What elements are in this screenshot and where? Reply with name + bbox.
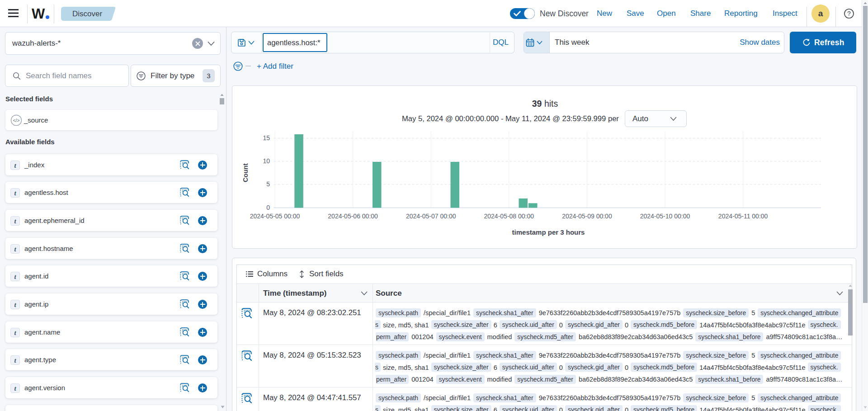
svg-text:0: 0	[266, 204, 270, 211]
svg-text:timestamp per 3 hours: timestamp per 3 hours	[512, 228, 585, 236]
svg-text:5: 5	[266, 180, 270, 188]
svg-text:2024-05-10 00:00: 2024-05-10 00:00	[640, 213, 690, 220]
svg-text:2024-05-08 00:00: 2024-05-08 00:00	[484, 213, 534, 220]
svg-text:10: 10	[263, 157, 270, 165]
svg-text:Count: Count	[242, 163, 249, 182]
svg-text:</>: </>	[13, 118, 20, 123]
svg-text:?: ?	[847, 10, 851, 17]
svg-text:2024-05-05 00:00: 2024-05-05 00:00	[250, 213, 300, 220]
svg-text:15: 15	[263, 134, 270, 142]
svg-text:2024-05-06 00:00: 2024-05-06 00:00	[328, 213, 378, 220]
svg-text:2024-05-07 00:00: 2024-05-07 00:00	[406, 213, 456, 220]
svg-text:2024-05-09 00:00: 2024-05-09 00:00	[562, 213, 612, 220]
svg-text:2024-05-11 00:00: 2024-05-11 00:00	[718, 213, 768, 220]
